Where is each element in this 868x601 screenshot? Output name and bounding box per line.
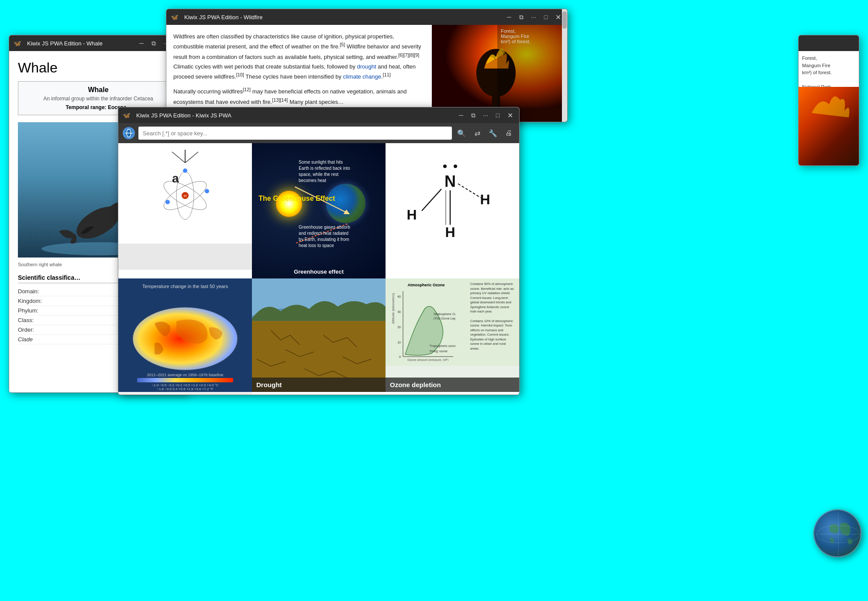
whale-infobox-subtitle: An informal group within the infraorder … — [23, 96, 174, 102]
svg-text:Ozone amount (pressure, mP): Ozone amount (pressure, mP) — [407, 358, 448, 361]
drought-card[interactable]: Drought — [252, 278, 386, 392]
greenhouse-effect-bottom-label: Greenhouse effect — [294, 268, 344, 275]
svg-line-33 — [422, 189, 441, 211]
svg-line-23 — [185, 152, 198, 163]
kiwix-window-title: Kiwix JS PWA Edition - Kiwix JS PWA — [133, 112, 231, 119]
globe-thumbnail — [813, 509, 861, 557]
wildfire-right-panel: Forest, Mangum Fire km²) of forest. Nati… — [798, 35, 859, 166]
svg-text:H: H — [480, 192, 490, 207]
svg-text:20: 20 — [397, 326, 401, 329]
climate-change-card[interactable]: Temperature change in the last 50 years — [118, 278, 252, 395]
svg-text:Stratospheric Ozone: Stratospheric Ozone — [434, 313, 455, 316]
kiwix-grid-content: Hydrogen H — [118, 143, 519, 395]
climate-scale-celsius: −1.0 −0.5 −0.2 +0.2 +0.5 +1.0 +2.0 +4.0 … — [118, 383, 252, 387]
drought-link[interactable]: drought — [357, 63, 376, 70]
svg-point-19 — [165, 200, 170, 204]
climate-map-title: Temperature change in the last 50 years — [118, 282, 252, 291]
kiwix-window: 🦋 Kiwix JS PWA Edition - Kiwix JS PWA ─ … — [118, 107, 520, 395]
whale-titlebar: 🦋 Kiwix JS PWA Edition - Whale ─ ⧉ ··· ✕ — [9, 35, 187, 51]
ammonia-card[interactable]: Ammonia N H H H — [386, 143, 519, 278]
greenhouse-text1: Some sunlight that hits Earth is reflect… — [299, 159, 351, 184]
wildfire-window: 🦋 Kiwix JS PWA Edition - Wildfire ─ ⧉ ··… — [166, 9, 568, 122]
whale-window-title: Kiwix JS PWA Edition - Whale — [24, 40, 103, 47]
svg-line-24 — [172, 152, 185, 163]
svg-text:Altitude (kilometers): Altitude (kilometers) — [391, 293, 395, 324]
climate-scale-label: 2011–2021 average vs 1956–1976 baseline — [118, 373, 252, 377]
hydrogen-diagram: H a — [118, 143, 252, 244]
kw-close-button[interactable]: ✕ — [505, 110, 515, 120]
ozone-chart-title: Atmospheric Ozone — [390, 283, 462, 287]
wildfire-window-title: Kiwix JS PWA Edition - Wildfire — [181, 14, 262, 21]
minimize-button[interactable]: ─ — [137, 38, 146, 48]
climate-color-scale — [137, 378, 233, 382]
whale-page-title: Whale — [18, 60, 179, 76]
svg-text:H: H — [445, 224, 455, 240]
kiwix-article-grid: Hydrogen H — [118, 143, 519, 395]
kiwix-logo — [123, 127, 135, 139]
svg-line-34 — [458, 184, 481, 198]
kiwix-bottom-nav: 🏠 ⬅ ➡ ToC ▲ 🔍− 🔍+ ⬆ — [118, 395, 519, 395]
wf-more-button[interactable]: ··· — [529, 12, 538, 22]
drought-image — [252, 278, 386, 392]
kw-more-button[interactable]: ··· — [481, 110, 490, 120]
wf-close-button[interactable]: ✕ — [553, 12, 563, 22]
wildfire-right-image — [799, 87, 859, 165]
kw-restore-button[interactable]: □ — [493, 110, 503, 120]
hydrogen-card[interactable]: Hydrogen H — [118, 143, 252, 270]
ozone-label: Ozone depletion — [386, 378, 519, 392]
svg-text:(The Ozone Layer): (The Ozone Layer) — [434, 317, 455, 320]
svg-text:0: 0 — [399, 355, 401, 358]
svg-text:H: H — [184, 194, 187, 198]
shuffle-button[interactable]: ⇄ — [471, 127, 483, 139]
svg-point-29 — [454, 165, 457, 168]
tools-button[interactable]: 🔧 — [487, 127, 499, 139]
svg-text:'Tropospheric ozone': 'Tropospheric ozone' — [429, 344, 455, 348]
wildfire-para2: Naturally occurring wildfires[12] may ha… — [173, 86, 425, 107]
wf-snap-button[interactable]: ⧉ — [517, 12, 526, 22]
svg-point-18 — [205, 189, 209, 193]
climate-change-link[interactable]: climate change — [343, 74, 381, 80]
wf-restore-button[interactable]: □ — [541, 12, 551, 22]
wildfire-scrollbar-thumb[interactable] — [562, 25, 567, 29]
greenhouse-text2: Greenhouse gases absorb and redirect hea… — [299, 224, 351, 249]
print-button[interactable]: 🖨 — [503, 127, 515, 139]
kw-snap-button[interactable]: ⧉ — [468, 110, 478, 120]
climate-map: Temperature change in the last 50 years — [118, 278, 252, 392]
wildfire-para1: Wildfires are often classified by charac… — [173, 32, 425, 82]
svg-text:30: 30 — [397, 310, 401, 313]
wildfire-titlebar: 🦋 Kiwix JS PWA Edition - Wildfire ─ ⧉ ··… — [166, 9, 567, 25]
drought-label: Drought — [252, 378, 386, 392]
svg-text:40: 40 — [397, 295, 401, 298]
wildfire-scrollbar[interactable] — [562, 25, 567, 122]
greenhouse-visual: Some sunlight that hits Earth is reflect… — [252, 143, 386, 278]
kw-minimize-button[interactable]: ─ — [456, 110, 466, 120]
climate-scale-fahrenheit: −1.8 −0.9 0.4 +0.9 +1.8 +3.6 +7.2 °F — [118, 387, 252, 391]
kiwix-search-input[interactable] — [138, 127, 452, 140]
ammonia-diagram: N H H H — [386, 143, 519, 248]
search-button[interactable]: 🔍 — [455, 127, 468, 139]
svg-point-28 — [443, 165, 447, 168]
kiwix-toolbar: 🔍 ⇄ 🔧 🖨 — [118, 123, 519, 143]
svg-text:H: H — [406, 207, 417, 223]
svg-text:10: 10 — [397, 341, 401, 344]
ozone-legend: Contains 90% of atmospheric ozone. Benef… — [467, 278, 519, 366]
greenhouse-effect-title: The Greenhouse Effect — [258, 195, 335, 203]
snap-button[interactable]: ⧉ — [149, 38, 158, 48]
svg-text:'Smog' ozone: 'Smog' ozone — [429, 350, 448, 353]
effects-climate-card[interactable]: Effects of climate change — [252, 143, 386, 278]
svg-text:a: a — [172, 172, 179, 185]
svg-point-20 — [183, 168, 187, 173]
kiwix-titlebar: 🦋 Kiwix JS PWA Edition - Kiwix JS PWA ─ … — [118, 107, 519, 123]
ozone-diagram: Atmospheric Ozone 0 10 20 30 40 — [386, 278, 519, 366]
svg-text:N: N — [444, 172, 456, 190]
wf-minimize-button[interactable]: ─ — [504, 12, 514, 22]
ozone-card[interactable]: Atmospheric Ozone 0 10 20 30 40 — [386, 278, 519, 392]
whale-infobox-title: Whale — [23, 86, 174, 94]
